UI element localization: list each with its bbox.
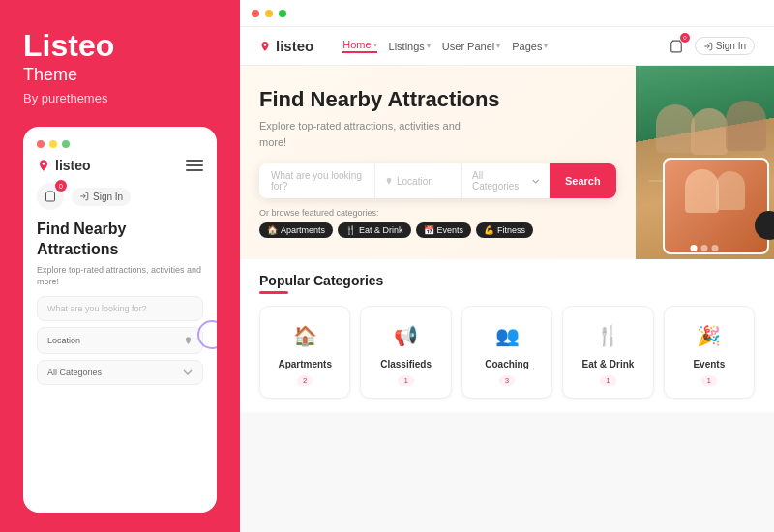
mobile-location-field[interactable]: Location	[37, 327, 203, 354]
cat-card-classifieds[interactable]: 📢 Classifieds 1	[360, 306, 451, 399]
tag-eat-drink[interactable]: 🍴 Eat & Drink	[338, 222, 411, 238]
nav-link-home[interactable]: Home ▾	[342, 39, 376, 53]
desktop-cart-button[interactable]: 0	[666, 36, 687, 57]
mobile-search-field[interactable]: What are you looking for?	[37, 296, 203, 321]
search-input[interactable]: What are you looking for?	[259, 163, 375, 198]
browser-dot-yellow	[265, 10, 273, 17]
tag-events[interactable]: 📅 Events	[416, 222, 472, 238]
desktop-nav-links: Home ▾ Listings ▾ User Panel ▾ Pages ▾	[342, 39, 646, 53]
mobile-logo-text: listeo	[55, 158, 91, 173]
desktop-signin-label: Sign In	[716, 41, 746, 51]
desktop-logo: listeo	[259, 38, 313, 54]
signin-icon	[79, 192, 89, 201]
hero-dot-1[interactable]	[691, 245, 698, 251]
desktop-nav: listeo Home ▾ Listings ▾ User Panel ▾ Pa…	[240, 27, 774, 66]
nav-link-listings[interactable]: Listings ▾	[389, 41, 431, 52]
mobile-browser-dots	[37, 140, 203, 148]
location-input[interactable]: Location	[375, 163, 462, 198]
desktop-logo-text: listeo	[276, 38, 313, 54]
menu-line-3	[186, 169, 203, 171]
categories-chevron-icon	[532, 179, 540, 184]
browser-bar	[240, 0, 774, 27]
mobile-signin-button[interactable]: Sign In	[72, 188, 131, 206]
person-1	[656, 104, 695, 153]
left-panel: Listeo Theme By purethemes listeo	[0, 0, 240, 532]
cat-card-events[interactable]: 🎉 Events 1	[664, 306, 755, 399]
categories-placeholder: All Categories	[472, 170, 528, 192]
cat-apartments-count: 2	[297, 375, 313, 386]
cat-coaching-name: Coaching	[485, 359, 529, 369]
mobile-location-label: Location	[47, 336, 80, 345]
brand-by: By purethemes	[23, 91, 217, 105]
tag-fitness-label: Fitness	[497, 225, 525, 235]
mobile-chevron-down-icon	[183, 369, 193, 375]
desktop-cart-badge: 0	[680, 33, 690, 43]
desktop-nav-right: 0 Sign In	[666, 36, 755, 57]
pin-icon	[37, 159, 50, 172]
hero-second-photo	[663, 158, 769, 254]
mobile-menu-icon[interactable]	[186, 160, 203, 171]
tag-apartments-label: Apartments	[281, 225, 325, 235]
person-2	[691, 108, 728, 155]
search-button[interactable]: Search	[550, 163, 616, 198]
mobile-nav: listeo	[37, 158, 203, 173]
categories-grid: 🏠 Apartments 2 📢 Classifieds 1 👥 Coachin…	[259, 306, 755, 399]
tag-events-label: Events	[437, 225, 464, 235]
mobile-categories-field[interactable]: All Categories	[37, 360, 203, 385]
browser-dot-red	[252, 10, 259, 17]
cart-icon	[45, 191, 56, 202]
cat-events-icon: 🎉	[692, 318, 727, 353]
nav-pages-label: Pages	[512, 41, 542, 52]
hero-title: Find Nearby Attractions	[259, 87, 616, 112]
hero-dot-3[interactable]	[712, 245, 719, 251]
hero-subtitle: Explore top-rated attractions, activitie…	[259, 118, 472, 150]
cat-card-coaching[interactable]: 👥 Coaching 3	[461, 306, 552, 399]
browse-label: Or browse featured categories:	[259, 208, 616, 218]
tag-events-icon: 📅	[424, 225, 434, 235]
mobile-cart-badge: 0	[55, 180, 67, 192]
cat-eat-name: Eat & Drink	[581, 359, 634, 369]
right-panel: listeo Home ▾ Listings ▾ User Panel ▾ Pa…	[240, 0, 774, 532]
hero-slider-dots	[691, 245, 719, 251]
chevron-down-icon: ▾	[373, 41, 377, 49]
popular-categories-section: Popular Categories 🏠 Apartments 2 📢 Clas…	[240, 259, 774, 412]
mobile-preview-card: listeo 0 Sign In Find	[23, 127, 217, 513]
desktop-signin-button[interactable]: Sign In	[695, 37, 755, 55]
hero-dot-2[interactable]	[701, 245, 708, 251]
chevron-down-icon-3: ▾	[496, 42, 500, 50]
mobile-nav-actions: 0 Sign In	[37, 183, 203, 210]
menu-line-2	[186, 164, 203, 166]
tag-fitness-icon: 💪	[484, 225, 494, 235]
cat-coaching-count: 3	[499, 375, 515, 386]
tag-apartments[interactable]: 🏠 Apartments	[259, 222, 333, 238]
browse-categories: Or browse featured categories: 🏠 Apartme…	[259, 208, 616, 238]
mobile-cart-button[interactable]: 0	[37, 183, 64, 210]
cat-card-eat-drink[interactable]: 🍴 Eat & Drink 1	[562, 306, 653, 399]
person-5	[716, 171, 745, 210]
categories-select[interactable]: All Categories	[462, 163, 550, 198]
brand-title: Listeo	[23, 29, 217, 63]
hero-photo-bg	[636, 66, 774, 259]
cat-apartments-icon: 🏠	[287, 318, 322, 353]
chevron-down-icon-4: ▾	[544, 42, 548, 50]
nav-link-pages[interactable]: Pages ▾	[512, 41, 548, 52]
desktop-logo-pin-icon	[259, 40, 271, 53]
tag-fitness[interactable]: 💪 Fitness	[476, 222, 533, 238]
nav-home-label: Home	[342, 39, 371, 50]
mobile-dot-green	[62, 140, 70, 148]
search-bar: What are you looking for? Location All C…	[259, 163, 616, 198]
mobile-signin-label: Sign In	[93, 192, 123, 202]
cat-classifieds-count: 1	[398, 375, 413, 386]
mobile-logo: listeo	[37, 158, 91, 173]
cat-eat-icon: 🍴	[590, 318, 625, 353]
cat-card-apartments[interactable]: 🏠 Apartments 2	[259, 306, 350, 399]
cat-classifieds-name: Classifieds	[380, 359, 432, 369]
hero-left: Find Nearby Attractions Explore top-rate…	[240, 66, 636, 259]
featured-category-tags: 🏠 Apartments 🍴 Eat & Drink 📅 Events	[259, 222, 616, 238]
tag-eat-label: Eat & Drink	[359, 225, 403, 235]
mobile-categories-label: All Categories	[47, 368, 102, 377]
mobile-dot-yellow	[49, 140, 57, 148]
tag-eat-icon: 🍴	[345, 225, 356, 235]
nav-link-user-panel[interactable]: User Panel ▾	[442, 41, 500, 52]
person-4	[685, 169, 719, 213]
